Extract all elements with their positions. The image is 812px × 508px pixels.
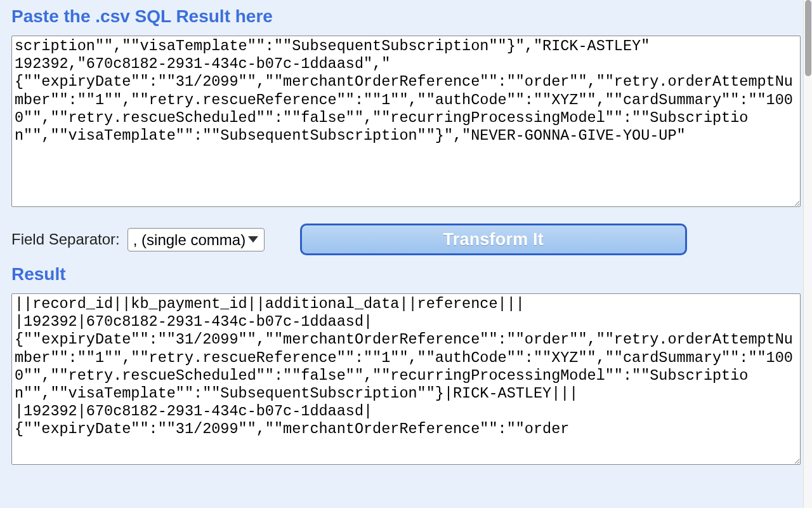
result-textarea[interactable]: ||record_id||kb_payment_id||additional_d…: [11, 293, 801, 465]
field-separator-select[interactable]: , (single comma): [128, 228, 265, 251]
page-scrollbar-track[interactable]: [803, 0, 812, 508]
transform-button[interactable]: Transform It: [300, 224, 687, 255]
controls-row: Field Separator: , (single comma) Transf…: [11, 224, 801, 255]
field-separator-label: Field Separator:: [11, 231, 120, 248]
field-separator-select-wrap[interactable]: , (single comma): [128, 228, 265, 251]
page-scrollbar-thumb[interactable]: [805, 0, 811, 76]
csv-input-textarea[interactable]: scription"",""visaTemplate"":""Subsequen…: [11, 36, 801, 207]
input-section-title: Paste the .csv SQL Result here: [11, 6, 801, 27]
result-section-title: Result: [11, 264, 801, 284]
